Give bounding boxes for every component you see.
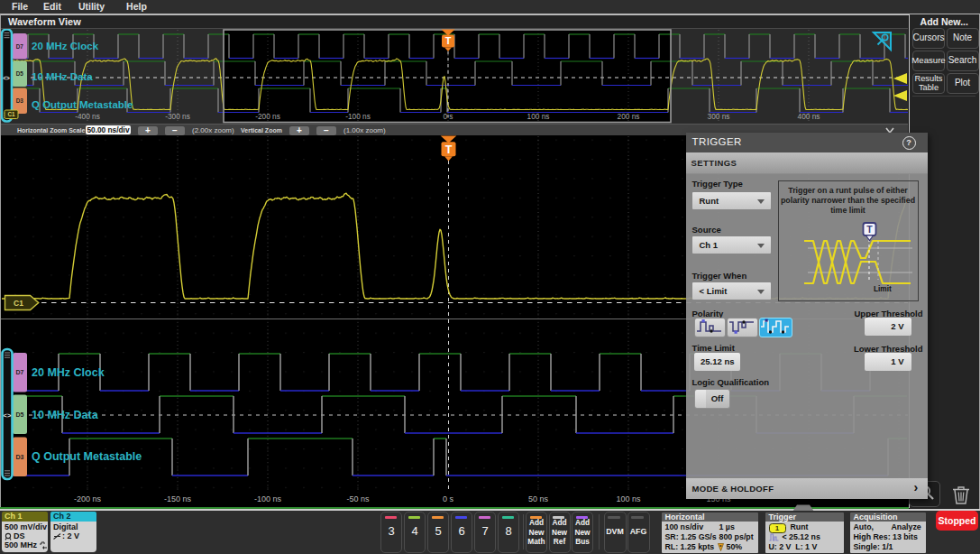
overview-channel-label: 10 MHz Data: [32, 71, 93, 82]
oscilloscope-application: File Edit Utility Help Waveform View -40…: [0, 0, 980, 554]
afg-label: AFG: [628, 527, 649, 536]
v-zoom-out-button[interactable]: −: [316, 126, 336, 135]
trigger-when-select[interactable]: < Limit: [692, 282, 771, 300]
add-note-button[interactable]: Note: [947, 28, 979, 49]
trash-icon[interactable]: [952, 485, 970, 505]
channel5-button[interactable]: 5: [427, 512, 449, 553]
menu-utility[interactable]: Utility: [78, 0, 105, 14]
trigger-panel-body: Trigger Type Runt Source Ch 1 Trigger Wh…: [686, 173, 928, 478]
channel3-button[interactable]: 3: [380, 512, 402, 553]
run-stop-status-button[interactable]: Stopped: [936, 511, 978, 531]
main-time-tick: -100 ns: [254, 494, 282, 503]
horizontal-samplerate: SR: 1.25 GS/s: [665, 532, 717, 541]
channel1-title: Ch 1: [2, 512, 48, 522]
trigger-info-box: Trigger on a runt pulse of either polari…: [778, 180, 919, 301]
add-new-math-button[interactable]: AddNewMath: [526, 512, 547, 553]
overview-channel-label: Q Output Metastable: [32, 99, 133, 110]
lower-threshold-field[interactable]: 1 V: [865, 353, 911, 371]
polarity-positive-button[interactable]: [694, 318, 726, 337]
channel2-badge[interactable]: Ch 2 Digital : 2 V: [50, 512, 96, 552]
v-zoom-label: Vertical Zoom: [241, 127, 282, 134]
channel7-button[interactable]: 7: [474, 512, 496, 553]
add-new-title: Add New...: [910, 16, 979, 27]
add-new-ref-button[interactable]: AddNewRef: [549, 512, 571, 553]
source-select[interactable]: Ch 1: [692, 236, 771, 254]
channel8-button[interactable]: 8: [498, 512, 519, 553]
dvm-label: DVM: [605, 527, 626, 536]
menu-edit[interactable]: Edit: [43, 0, 61, 14]
add-measure-button[interactable]: Measure: [912, 51, 945, 71]
acquisition-title: Acquisition: [850, 512, 926, 522]
channel1-scale: 500 mV/div: [5, 522, 48, 531]
dvm-button[interactable]: DVM: [604, 512, 627, 553]
polarity-either-button[interactable]: [759, 318, 792, 337]
waveform-overview[interactable]: -400 ns-300 ns-200 ns-100 ns0 s100 ns200…: [1, 28, 908, 125]
channel4-button[interactable]: 4: [404, 512, 426, 553]
logic-qualification-toggle[interactable]: [694, 389, 707, 409]
source-value: Ch 1: [700, 240, 719, 250]
bandwidth-icon: [39, 541, 48, 549]
chip-label: D3: [16, 97, 24, 104]
help-icon[interactable]: ?: [902, 136, 916, 150]
add-new-bus-button[interactable]: AddNewBus: [572, 512, 593, 553]
tab-waveform-view[interactable]: Waveform View: [8, 16, 81, 27]
overview-waveform-plot[interactable]: -400 ns-300 ns-200 ns-100 ns0 s100 ns200…: [1, 29, 908, 125]
upper-threshold-field[interactable]: 2 V: [865, 318, 911, 336]
zoom-scale-input[interactable]: 50.00 ns/div: [86, 125, 131, 134]
main-channel-label: 10 MHz Data: [32, 409, 99, 421]
trigger-panel-header[interactable]: TRIGGER ?: [686, 133, 928, 152]
lower-threshold-arrow-icon[interactable]: [893, 90, 907, 101]
trigger-status-panel[interactable]: Trigger 1 Runt < 25.12 ns U: 2 V L: 1 V: [765, 512, 844, 553]
trigger-when-label: Trigger When: [692, 271, 747, 281]
acquisition-panel[interactable]: Acquisition Auto, Analyze High Res: 13 b…: [850, 512, 926, 553]
svg-text:C1: C1: [7, 111, 15, 117]
zoom-scale-label: Horizontal Zoom Scale: [17, 127, 85, 134]
chip-label: D5: [16, 70, 24, 77]
channel1-badge[interactable]: Ch 1 500 mV/div DS 500 MHz: [2, 512, 48, 552]
horizontal-recordlength: RL: 1.25 kpts: [665, 542, 715, 551]
menu-file[interactable]: File: [12, 0, 28, 14]
overview-time-tick: -400 ns: [75, 112, 100, 121]
svg-text:<>: <>: [3, 75, 10, 81]
add-search-button[interactable]: Search: [947, 51, 979, 71]
svg-text:<>: <>: [4, 411, 12, 420]
chevron-down-icon: [757, 199, 765, 204]
bar-divider: [599, 514, 600, 549]
v-zoom-in-button[interactable]: +: [289, 126, 309, 135]
channel2-threshold: : 2 V: [62, 531, 79, 540]
svg-text:T: T: [445, 35, 452, 46]
time-limit-field[interactable]: 25.12 ns: [694, 353, 740, 371]
main-channel-label: Q Output Metastable: [32, 450, 142, 463]
add-results-table-button[interactable]: Results Table: [912, 73, 945, 94]
h-zoom-in-button[interactable]: +: [138, 126, 158, 135]
probe-icon: [5, 532, 13, 540]
channel6-button[interactable]: 6: [451, 512, 472, 553]
main-time-tick: -200 ns: [74, 494, 102, 503]
logic-qualification-value[interactable]: Off: [706, 389, 730, 409]
expansion-point-icon: [718, 543, 724, 551]
horizontal-position: 50%: [727, 542, 743, 551]
trigger-type-value: Runt: [700, 196, 719, 206]
h-zoom-out-button[interactable]: −: [165, 126, 185, 135]
menu-help[interactable]: Help: [126, 0, 147, 14]
overview-time-tick: -300 ns: [165, 112, 190, 121]
add-cursors-button[interactable]: Cursors: [912, 28, 945, 49]
add-plot-button[interactable]: Plot: [947, 73, 979, 94]
horizontal-panel[interactable]: Horizontal 100 ns/div 1 µs SR: 1.25 GS/s…: [662, 512, 758, 553]
chip-label: D5: [16, 411, 24, 418]
upper-threshold-arrow-icon[interactable]: [893, 73, 907, 84]
source-label: Source: [692, 225, 721, 235]
acquisition-mode: Auto,: [854, 522, 874, 531]
trigger-type-label: Trigger Type: [692, 179, 743, 189]
trigger-type-select[interactable]: Runt: [692, 192, 771, 209]
mode-holdoff-section[interactable]: MODE & HOLDOFF ›: [686, 478, 928, 499]
tab-settings[interactable]: SETTINGS: [686, 152, 928, 174]
trigger-status-title: Trigger: [765, 512, 844, 522]
chip-label: D7: [16, 369, 24, 375]
afg-button[interactable]: AFG: [627, 512, 650, 553]
main-time-tick: -50 ns: [346, 494, 370, 503]
horizontal-panel-title: Horizontal: [662, 512, 758, 522]
overview-time-tick: 400 ns: [798, 112, 820, 121]
chevron-down-icon: [757, 290, 765, 294]
polarity-negative-button[interactable]: [727, 318, 758, 337]
